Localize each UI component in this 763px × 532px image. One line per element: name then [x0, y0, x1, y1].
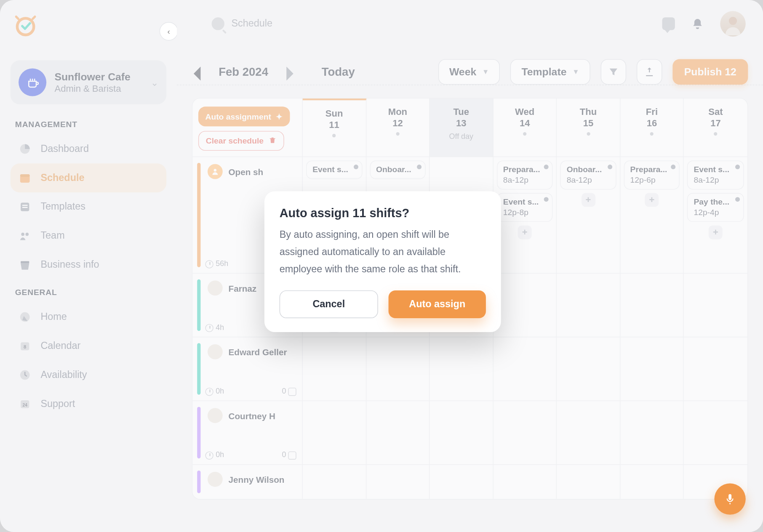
auto-assign-button[interactable]: Auto assign — [389, 290, 486, 318]
modal-body: By auto assigning, an open shift will be… — [280, 226, 486, 278]
collapse-sidebar-button[interactable]: ‹ — [160, 22, 177, 40]
app-root: ‹ Sunflower Cafe Admin & Barista ⌄ MANAG… — [0, 0, 763, 532]
modal-title: Auto assign 11 shifts? — [280, 206, 486, 220]
voice-fab[interactable] — [714, 483, 745, 514]
auto-assign-modal: Auto assign 11 shifts? By auto assigning… — [264, 191, 501, 332]
cancel-button[interactable]: Cancel — [280, 290, 378, 318]
